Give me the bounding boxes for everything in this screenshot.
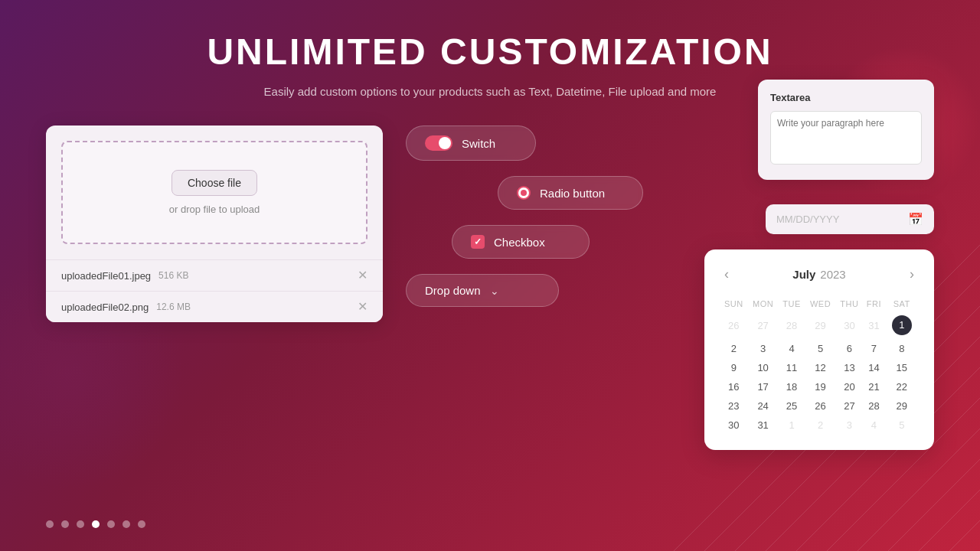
cal-day[interactable]: 4 (863, 416, 884, 435)
calendar-header: ‹ July 2023 › (720, 265, 919, 284)
cal-day-selected[interactable]: 1 (885, 311, 919, 339)
switch-label: Switch (462, 137, 495, 150)
cal-day[interactable]: 13 (836, 358, 864, 377)
file-name-2: uploadedFile02.png (61, 302, 149, 313)
file-remove-1[interactable]: ✕ (358, 269, 368, 282)
cal-day[interactable]: 6 (836, 339, 864, 358)
cal-day[interactable]: 31 (863, 311, 884, 339)
dropdown-label: Drop down (425, 284, 481, 297)
cal-day[interactable]: 12 (805, 358, 835, 377)
cal-header-fri: FRI (863, 296, 884, 311)
cal-day[interactable]: 15 (885, 358, 919, 377)
cal-day[interactable]: 19 (805, 377, 835, 396)
checkbox-control[interactable]: Checkbox (452, 225, 590, 259)
cal-day[interactable]: 16 (720, 377, 748, 396)
cal-header-sun: SUN (720, 296, 748, 311)
cal-header-thu: THU (836, 296, 864, 311)
pagination-dot-5[interactable] (107, 520, 115, 528)
cal-day[interactable]: 28 (779, 311, 805, 339)
cal-day[interactable]: 7 (863, 339, 884, 358)
choose-file-button[interactable]: Choose file (172, 170, 257, 196)
cal-day[interactable]: 17 (748, 377, 779, 396)
cal-day[interactable]: 1 (779, 416, 805, 435)
file-name-1: uploadedFile01.jpeg (61, 270, 151, 282)
cal-day[interactable]: 2 (720, 339, 748, 358)
chevron-down-icon: ⌄ (490, 285, 499, 297)
cal-day[interactable]: 26 (805, 396, 835, 416)
textarea-card: Textarea (758, 80, 934, 180)
cal-day[interactable]: 21 (863, 377, 884, 396)
cal-day[interactable]: 2 (805, 416, 835, 435)
file-info-1: uploadedFile01.jpeg 516 KB (61, 270, 188, 282)
cal-day[interactable]: 30 (720, 416, 748, 435)
cal-day[interactable]: 25 (779, 396, 805, 416)
switch-control[interactable]: Switch (406, 126, 536, 161)
file-drop-zone[interactable]: Choose file or drop file to upload (61, 141, 368, 244)
pagination-dot-1[interactable] (46, 520, 54, 528)
pagination-dot-2[interactable] (61, 520, 69, 528)
cal-day[interactable]: 29 (805, 311, 835, 339)
cal-day[interactable]: 5 (805, 339, 835, 358)
cal-header-sat: SAT (885, 296, 919, 311)
pagination-dots (46, 520, 145, 528)
calendar-grid: SUN MON TUE WED THU FRI SAT 26 (720, 296, 919, 435)
pagination-dot-4[interactable] (92, 520, 100, 528)
calendar-open-icon[interactable]: 📅 (908, 212, 923, 227)
radio-icon (517, 186, 531, 200)
cal-header-wed: WED (805, 296, 835, 311)
cal-day[interactable]: 27 (836, 396, 864, 416)
radio-control[interactable]: Radio button (498, 176, 643, 210)
datetime-card[interactable]: MM/DD/YYYY 📅 (766, 204, 934, 234)
file-item-2: uploadedFile02.png 12.6 MB ✕ (46, 291, 383, 322)
page-title: UNLIMITED CUSTOMIZATION (46, 31, 934, 73)
cal-header-tue: TUE (779, 296, 805, 311)
calendar-prev-button[interactable]: ‹ (720, 265, 733, 284)
cal-day[interactable]: 31 (748, 416, 779, 435)
cal-day[interactable]: 30 (836, 311, 864, 339)
file-size-2: 12.6 MB (156, 302, 191, 312)
pagination-dot-3[interactable] (77, 520, 84, 528)
calendar-card: ‹ July 2023 › SUN MON TUE (704, 249, 934, 450)
cal-day[interactable]: 22 (885, 377, 919, 396)
file-upload-card: Choose file or drop file to upload uploa… (46, 126, 383, 322)
textarea-input[interactable] (770, 111, 922, 165)
cal-day[interactable]: 3 (836, 416, 864, 435)
cal-day[interactable]: 9 (720, 358, 748, 377)
cal-day[interactable]: 26 (720, 311, 748, 339)
textarea-label: Textarea (770, 92, 922, 103)
cal-day[interactable]: 5 (885, 416, 919, 435)
dropdown-control[interactable]: Drop down ⌄ (406, 274, 559, 307)
drop-hint: or drop file to upload (78, 204, 351, 215)
datetime-placeholder: MM/DD/YYYY (776, 214, 839, 225)
file-item-1: uploadedFile01.jpeg 516 KB ✕ (46, 259, 383, 291)
cal-day[interactable]: 27 (748, 311, 779, 339)
cal-day[interactable]: 18 (779, 377, 805, 396)
switch-icon (425, 135, 452, 151)
calendar-month-year: July 2023 (792, 268, 845, 281)
file-remove-2[interactable]: ✕ (358, 301, 368, 313)
cal-day[interactable]: 4 (779, 339, 805, 358)
cal-day[interactable]: 28 (863, 396, 884, 416)
file-size-1: 516 KB (158, 270, 188, 281)
radio-label: Radio button (540, 187, 605, 200)
calendar-year: 2023 (820, 268, 845, 281)
checkbox-icon (471, 235, 485, 249)
cal-day[interactable]: 24 (748, 396, 779, 416)
cal-header-mon: MON (748, 296, 779, 311)
cal-day[interactable]: 8 (885, 339, 919, 358)
calendar-month: July (792, 268, 815, 281)
pagination-dot-7[interactable] (138, 520, 145, 528)
file-info-2: uploadedFile02.png 12.6 MB (61, 302, 191, 313)
cal-day[interactable]: 14 (863, 358, 884, 377)
cal-day[interactable]: 11 (779, 358, 805, 377)
pagination-dot-6[interactable] (122, 520, 130, 528)
cal-day[interactable]: 3 (748, 339, 779, 358)
cal-day[interactable]: 10 (748, 358, 779, 377)
cal-day[interactable]: 20 (836, 377, 864, 396)
cal-day[interactable]: 23 (720, 396, 748, 416)
checkbox-label: Checkbox (494, 236, 545, 249)
calendar-next-button[interactable]: › (905, 265, 919, 284)
cal-day[interactable]: 29 (885, 396, 919, 416)
